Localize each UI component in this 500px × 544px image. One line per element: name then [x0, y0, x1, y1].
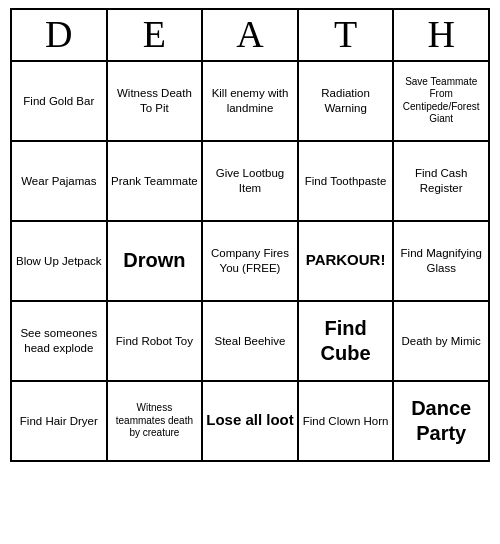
bingo-cell-11[interactable]: Drown	[108, 222, 204, 302]
bingo-cell-7[interactable]: Give Lootbug Item	[203, 142, 299, 222]
header-letter-e: E	[108, 10, 204, 62]
bingo-cell-22[interactable]: Lose all loot	[203, 382, 299, 462]
bingo-grid: Find Gold BarWitness Death To PitKill en…	[10, 62, 490, 462]
bingo-cell-23[interactable]: Find Clown Horn	[299, 382, 395, 462]
bingo-cell-20[interactable]: Find Hair Dryer	[12, 382, 108, 462]
bingo-cell-10[interactable]: Blow Up Jetpack	[12, 222, 108, 302]
bingo-cell-12[interactable]: Company Fires You (FREE)	[203, 222, 299, 302]
header-letter-t: T	[299, 10, 395, 62]
bingo-cell-18[interactable]: Find Cube	[299, 302, 395, 382]
bingo-cell-2[interactable]: Kill enemy with landmine	[203, 62, 299, 142]
bingo-cell-1[interactable]: Witness Death To Pit	[108, 62, 204, 142]
bingo-cell-0[interactable]: Find Gold Bar	[12, 62, 108, 142]
bingo-cell-5[interactable]: Wear Pajamas	[12, 142, 108, 222]
bingo-cell-16[interactable]: Find Robot Toy	[108, 302, 204, 382]
bingo-cell-24[interactable]: Dance Party	[394, 382, 490, 462]
header-letter-d: D	[12, 10, 108, 62]
bingo-cell-15[interactable]: See someones head explode	[12, 302, 108, 382]
header-letter-h: H	[394, 10, 490, 62]
bingo-cell-13[interactable]: PARKOUR!	[299, 222, 395, 302]
bingo-cell-17[interactable]: Steal Beehive	[203, 302, 299, 382]
bingo-card: DEATH Find Gold BarWitness Death To PitK…	[10, 8, 490, 462]
bingo-cell-14[interactable]: Find Magnifying Glass	[394, 222, 490, 302]
bingo-cell-21[interactable]: Witness teammates death by creature	[108, 382, 204, 462]
bingo-cell-9[interactable]: Find Cash Register	[394, 142, 490, 222]
bingo-cell-8[interactable]: Find Toothpaste	[299, 142, 395, 222]
header-letter-a: A	[203, 10, 299, 62]
bingo-cell-19[interactable]: Death by Mimic	[394, 302, 490, 382]
bingo-cell-4[interactable]: Save Teammate From Centipede/Forest Gian…	[394, 62, 490, 142]
bingo-cell-3[interactable]: Radiation Warning	[299, 62, 395, 142]
bingo-cell-6[interactable]: Prank Teammate	[108, 142, 204, 222]
header-row: DEATH	[10, 8, 490, 62]
